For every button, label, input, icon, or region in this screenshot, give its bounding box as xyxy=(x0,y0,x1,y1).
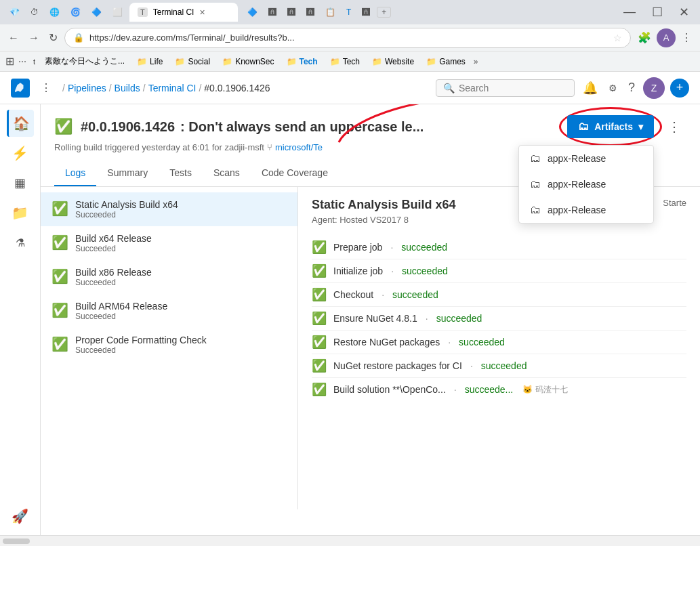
dropdown-item-3[interactable]: 🗂 appx-Release xyxy=(519,197,653,223)
rocket-icon: 🚀 xyxy=(12,508,28,524)
minimize-btn[interactable]: — xyxy=(618,5,641,20)
dropdown-item-1-label: appx-Release xyxy=(548,153,606,164)
build-title-row: ✅ #0.0.1906.1426 : Don't always send an … xyxy=(54,115,686,138)
step-build-arm64[interactable]: ✅ Build ARM64 Release Succeeded xyxy=(41,294,297,328)
step-build-x86[interactable]: ✅ Build x86 Release Succeeded xyxy=(41,260,297,294)
step-code-formatting[interactable]: ✅ Proper Code Formatting Check Succeeded xyxy=(41,328,297,362)
scrollbar-thumb[interactable] xyxy=(3,538,30,544)
step-4-info: Build ARM64 Release Succeeded xyxy=(75,301,167,321)
bookmark-social[interactable]: 📁 Social xyxy=(169,56,215,68)
job-step-2-name: Initialize job xyxy=(333,266,383,276)
tab-close-btn[interactable]: × xyxy=(199,7,205,18)
bookmark-today-label: 素敵な今日へようこ... xyxy=(45,56,125,67)
bookmark-games-label: Games xyxy=(439,57,466,66)
build-more-btn[interactable]: ⋮ xyxy=(662,116,686,138)
close-btn[interactable]: ✕ xyxy=(674,5,695,20)
scrollbar-bottom[interactable] xyxy=(0,535,700,546)
dropdown-item-1[interactable]: 🗂 appx-Release xyxy=(519,146,653,171)
search-box[interactable]: 🔍 xyxy=(436,79,575,97)
tab-scans[interactable]: Scans xyxy=(203,161,251,186)
sidebar-item-repos[interactable]: 📁 xyxy=(7,199,34,226)
bookmark-work[interactable]: 📁 Tech xyxy=(281,56,323,68)
job-step-4-status[interactable]: succeeded xyxy=(436,313,482,324)
breadcrumb-builds[interactable]: Builds xyxy=(115,83,140,93)
breadcrumb-pipelines[interactable]: Pipelines xyxy=(68,83,106,93)
maximize-btn[interactable]: ☐ xyxy=(646,5,668,20)
settings-btn[interactable]: ⚙ xyxy=(606,80,620,96)
browser-title-bar: 💎 ⏱ 🌐 🌀 🔷 ⬜ T Terminal CI × 🔷 🅰 🅰 🅰 📋 T … xyxy=(0,0,700,24)
forward-btn[interactable]: → xyxy=(26,29,42,47)
step-3-info: Build x86 Release Succeeded xyxy=(75,267,152,287)
profile-btn[interactable]: A xyxy=(657,28,676,47)
sidebar-item-rocket[interactable]: 🚀 xyxy=(7,503,34,530)
browser-nav-bar: ← → ↻ 🔒 https://dev.azure.com/ms/Termina… xyxy=(0,24,700,51)
step-static-analysis[interactable]: ✅ Static Analysis Build x64 Succeeded xyxy=(41,192,297,226)
address-bar[interactable]: 🔒 https://dev.azure.com/ms/Terminal/_bui… xyxy=(64,28,631,48)
sidebar-item-overview[interactable]: 🏠 xyxy=(7,110,34,137)
dropdown-item-2[interactable]: 🗂 appx-Release xyxy=(519,171,653,197)
test-icon: ⚗ xyxy=(16,236,25,249)
artifacts-dropdown: 🗂 appx-Release 🗂 appx-Release 🗂 appx-Re xyxy=(518,145,654,224)
job-step-1-status[interactable]: succeeded xyxy=(401,242,447,253)
header-actions: 🔔 ⚙ ? Z xyxy=(580,77,665,99)
artifacts-btn[interactable]: 🗂 Artifacts ▾ xyxy=(567,115,654,138)
extensions-btn[interactable]: 🧩 xyxy=(635,28,654,47)
dropdown-item-2-label: appx-Release xyxy=(548,179,606,190)
sidebar-item-test[interactable]: ⚗ xyxy=(7,229,34,256)
bookmarks-more-btn[interactable]: » xyxy=(474,57,478,66)
bookmark-t-icon[interactable]: t xyxy=(30,58,38,66)
org-more-btn[interactable]: ⋮ xyxy=(35,79,57,97)
bookmark-games[interactable]: 📁 Games xyxy=(421,56,471,68)
url-text: https://dev.azure.com/ms/Terminal/_build… xyxy=(89,33,608,43)
tab-summary[interactable]: Summary xyxy=(96,161,159,186)
artifacts-label: Artifacts xyxy=(594,121,633,132)
tab-code-coverage[interactable]: Code Coverage xyxy=(251,161,339,186)
more-options-btn[interactable]: ⋮ xyxy=(678,28,695,47)
build-header: ✅ #0.0.1906.1426 : Don't always send an … xyxy=(41,104,700,152)
job-step-3-status[interactable]: succeeded xyxy=(392,289,438,300)
job-step-7-status[interactable]: succeede... xyxy=(465,384,514,395)
job-step-6-status[interactable]: succeeded xyxy=(481,360,527,371)
job-step-1-icon: ✅ xyxy=(312,240,327,255)
right-header-left: Static Analysis Build x64 Agent: Hosted … xyxy=(312,198,455,236)
build-subtitle-text: Rolling build triggered yesterday at 6:0… xyxy=(54,142,264,152)
artifacts-book-icon: 🗂 xyxy=(578,121,589,133)
refresh-btn[interactable]: ↻ xyxy=(46,28,60,47)
active-tab[interactable]: T Terminal CI × xyxy=(129,3,238,22)
bookmark-website[interactable]: 📁 Website xyxy=(367,56,419,68)
search-icon: 🔍 xyxy=(443,83,455,93)
job-step-restore: ✅ Restore NuGet packages · succeeded xyxy=(312,331,686,354)
job-step-5-name: Restore NuGet packages xyxy=(333,337,440,347)
tab-logs[interactable]: Logs xyxy=(54,161,96,186)
bookmark-knownsec[interactable]: 📁 KnownSec xyxy=(217,56,279,68)
job-step-1-name: Prepare job xyxy=(333,242,382,253)
sidebar-item-boards[interactable]: ▦ xyxy=(7,169,34,196)
step-2-info: Build x64 Release Succeeded xyxy=(75,233,152,253)
job-step-5-status[interactable]: succeeded xyxy=(459,337,505,347)
tab-favicon: T xyxy=(138,7,148,17)
job-step-2-dot: · xyxy=(391,266,394,276)
job-step-2-status[interactable]: succeeded xyxy=(402,266,448,276)
notifications-btn[interactable]: 🔔 xyxy=(580,78,600,98)
job-step-6-icon: ✅ xyxy=(312,358,327,373)
search-input[interactable] xyxy=(459,83,567,93)
job-step-prepare: ✅ Prepare job · succeeded xyxy=(312,236,686,259)
bookmark-tech-label: Tech xyxy=(343,57,360,66)
bookmark-tech[interactable]: 📁 Tech xyxy=(325,56,365,68)
add-btn[interactable]: + xyxy=(670,79,689,98)
bookmark-life[interactable]: 📁 Life xyxy=(131,56,168,68)
job-step-6-name: NuGet restore packages for CI xyxy=(333,360,462,371)
bookmark-star-icon[interactable]: ☆ xyxy=(613,33,622,43)
bookmark-today[interactable]: 素敵な今日へようこ... xyxy=(39,54,130,68)
step-build-x64[interactable]: ✅ Build x64 Release Succeeded xyxy=(41,226,297,260)
tab-tests[interactable]: Tests xyxy=(159,161,203,186)
help-btn[interactable]: ? xyxy=(625,78,638,98)
job-step-1-dot: · xyxy=(390,242,393,253)
user-avatar[interactable]: Z xyxy=(643,77,665,99)
sidebar: 🏠 ⚡ ▦ 📁 ⚗ 🚀 xyxy=(0,104,41,535)
sidebar-item-pipelines[interactable]: ⚡ xyxy=(7,140,34,167)
bookmark-work-label: Tech xyxy=(300,57,318,66)
breadcrumb-terminal-ci[interactable]: Terminal CI xyxy=(148,83,197,93)
github-link[interactable]: microsoft/Te xyxy=(275,142,323,152)
back-btn[interactable]: ← xyxy=(5,29,22,47)
